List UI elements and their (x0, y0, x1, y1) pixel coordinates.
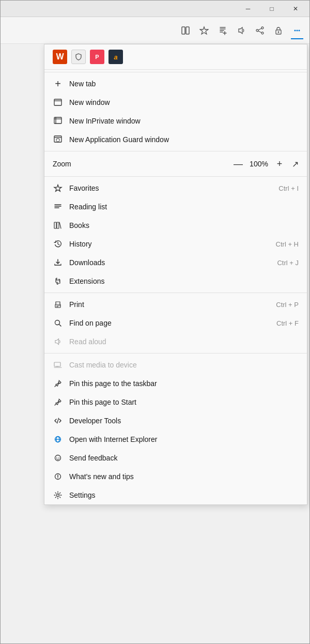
zoom-value: 100% (249, 160, 269, 168)
menu-item-reading-list[interactable]: Reading list (44, 197, 307, 216)
zoom-row: Zoom — 100% + ↗ (44, 154, 307, 174)
svg-point-4 (261, 32, 264, 34)
minimize-button[interactable]: ─ (236, 1, 260, 17)
feedback-icon (53, 453, 63, 463)
svg-rect-27 (54, 362, 60, 366)
menu-item-downloads[interactable]: Downloads Ctrl + J (44, 253, 307, 272)
inprivate-icon (53, 116, 63, 126)
divider-3 (44, 176, 307, 177)
svg-point-32 (56, 457, 57, 458)
svg-rect-21 (57, 222, 59, 228)
zoom-plus-button[interactable]: + (273, 158, 286, 170)
zoom-controls: — 100% + ↗ (232, 158, 299, 170)
menu-label-print: Print (69, 300, 276, 309)
svg-point-35 (57, 478, 58, 479)
reading-view-icon[interactable] (177, 22, 194, 39)
menu-label-history: History (69, 240, 276, 248)
share-icon[interactable] (252, 22, 268, 39)
svg-rect-15 (54, 136, 61, 142)
pin-taskbar-icon (53, 378, 63, 389)
favorites-toolbar-icon[interactable] (196, 22, 212, 39)
menu-item-developer-tools[interactable]: Developer Tools (44, 411, 307, 430)
menu-item-whats-new[interactable]: What's new and tips (44, 467, 307, 486)
svg-rect-12 (54, 117, 61, 124)
context-menu: W P a + New tab New window (44, 44, 307, 505)
devtools-icon (53, 416, 63, 426)
menu-label-extensions: Extensions (69, 277, 299, 285)
divider-2 (44, 151, 307, 151)
menu-item-new-guard[interactable]: New Application Guard window (44, 130, 307, 149)
menu-item-favorites[interactable]: Favorites Ctrl + I (44, 179, 307, 197)
browser-window: ─ □ ✕ (0, 0, 310, 644)
window-icon (53, 97, 63, 108)
collections-icon[interactable] (214, 22, 231, 39)
history-shortcut: Ctrl + H (276, 240, 299, 248)
read-aloud-toolbar-icon[interactable] (233, 22, 250, 39)
menu-label-new-guard: New Application Guard window (69, 135, 299, 144)
svg-rect-24 (56, 306, 58, 307)
svg-point-33 (58, 457, 59, 458)
maximize-button[interactable]: □ (260, 1, 284, 17)
guard-icon (53, 134, 63, 145)
office-extension-icon[interactable]: W (53, 50, 67, 64)
menu-label-developer-tools: Developer Tools (69, 417, 299, 425)
menu-label-send-feedback: Send feedback (69, 454, 299, 462)
menu-item-open-ie[interactable]: Open with Internet Explorer (44, 430, 307, 449)
pocket-extension-icon[interactable]: P (90, 50, 104, 64)
menu-label-whats-new: What's new and tips (69, 472, 299, 481)
menu-item-pin-taskbar[interactable]: Pin this page to the taskbar (44, 374, 307, 393)
favorites-shortcut: Ctrl + I (278, 185, 299, 192)
print-icon (53, 299, 63, 310)
zoom-expand-icon[interactable]: ↗ (292, 159, 299, 169)
zoom-minus-button[interactable]: — (232, 158, 244, 170)
svg-point-36 (57, 494, 59, 497)
menu-label-read-aloud: Read aloud (69, 338, 299, 346)
amazon-extension-icon[interactable]: a (109, 50, 123, 64)
menu-label-cast-media: Cast media to device (69, 361, 299, 369)
menu-label-new-tab: New tab (69, 80, 299, 88)
menu-item-pin-start[interactable]: Pin this page to Start (44, 393, 307, 411)
menu-label-pin-taskbar: Pin this page to the taskbar (69, 379, 299, 388)
menu-item-new-window[interactable]: New window (44, 93, 307, 112)
svg-point-2 (261, 27, 264, 29)
zoom-label: Zoom (53, 160, 71, 168)
svg-point-3 (256, 29, 258, 32)
menu-item-new-tab[interactable]: + New tab (44, 74, 307, 93)
menu-item-send-feedback[interactable]: Send feedback (44, 449, 307, 467)
close-button[interactable]: ✕ (284, 1, 307, 17)
pin-start-icon (53, 397, 63, 407)
titlebar: ─ □ ✕ (1, 1, 309, 17)
menu-item-extensions[interactable]: Extensions (44, 272, 307, 290)
divider-5 (44, 353, 307, 354)
svg-point-31 (55, 455, 61, 461)
menu-item-settings[interactable]: Settings (44, 486, 307, 504)
download-icon (53, 257, 63, 268)
pinned-extensions-bar: W P a (44, 44, 307, 70)
star-icon (53, 183, 63, 193)
readaloud-icon (53, 336, 63, 347)
menu-item-books[interactable]: Books (44, 216, 307, 235)
password-icon[interactable] (270, 22, 287, 39)
find-shortcut: Ctrl + F (276, 319, 299, 327)
svg-point-6 (278, 31, 280, 33)
menu-label-open-ie: Open with Internet Explorer (69, 435, 299, 443)
menu-item-history[interactable]: History Ctrl + H (44, 235, 307, 253)
whatsnew-icon (53, 471, 63, 482)
menu-label-find-on-page: Find on page (69, 319, 276, 327)
menu-item-cast-media: Cast media to device (44, 356, 307, 374)
svg-point-8 (297, 29, 298, 31)
svg-point-7 (295, 29, 296, 31)
cast-icon (53, 360, 63, 370)
menu-label-downloads: Downloads (69, 258, 277, 267)
menu-item-new-inprivate[interactable]: New InPrivate window (44, 112, 307, 130)
menu-label-books: Books (69, 221, 299, 229)
svg-point-25 (59, 305, 60, 306)
svg-point-26 (55, 320, 60, 325)
menu-item-print[interactable]: Print Ctrl + P (44, 295, 307, 314)
menu-item-find-on-page[interactable]: Find on page Ctrl + F (44, 314, 307, 332)
menu-item-read-aloud: Read aloud (44, 332, 307, 351)
svg-rect-10 (54, 99, 61, 105)
menu-icon[interactable] (289, 22, 305, 39)
svg-rect-23 (56, 305, 59, 306)
shield-extension-icon[interactable] (71, 50, 86, 64)
